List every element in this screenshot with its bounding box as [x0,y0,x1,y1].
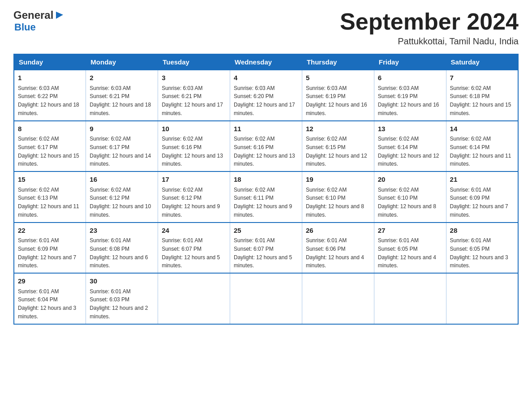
day-info: Sunrise: 6:02 AMSunset: 6:10 PMDaylight:… [306,187,364,218]
calendar-cell: 7 Sunrise: 6:02 AMSunset: 6:18 PMDayligh… [446,70,518,121]
day-info: Sunrise: 6:01 AMSunset: 6:07 PMDaylight:… [234,237,292,269]
logo-blue: Blue [14,21,36,33]
day-number: 27 [378,226,442,236]
calendar-cell: 26 Sunrise: 6:01 AMSunset: 6:06 PMDaylig… [302,223,374,274]
day-number: 14 [450,124,514,134]
day-info: Sunrise: 6:01 AMSunset: 6:09 PMDaylight:… [450,187,508,218]
day-number: 21 [450,175,514,185]
day-info: Sunrise: 6:03 AMSunset: 6:19 PMDaylight:… [306,85,367,116]
calendar-cell: 2 Sunrise: 6:03 AMSunset: 6:21 PMDayligh… [86,70,158,121]
day-number: 4 [234,73,298,83]
day-info: Sunrise: 6:03 AMSunset: 6:21 PMDaylight:… [90,85,151,116]
calendar-cell: 9 Sunrise: 6:02 AMSunset: 6:17 PMDayligh… [86,121,158,172]
day-info: Sunrise: 6:02 AMSunset: 6:12 PMDaylight:… [90,187,151,218]
calendar-cell: 25 Sunrise: 6:01 AMSunset: 6:07 PMDaylig… [230,223,302,274]
day-number: 18 [234,175,298,185]
day-number: 5 [306,73,370,83]
header-friday: Friday [374,54,446,70]
day-number: 7 [450,73,514,83]
day-info: Sunrise: 6:02 AMSunset: 6:16 PMDaylight:… [234,136,295,167]
day-number: 24 [162,226,226,236]
logo-general: General [13,9,53,21]
day-number: 25 [234,226,298,236]
month-title: September 2024 [340,9,519,34]
day-number: 12 [306,124,370,134]
day-number: 16 [90,175,154,185]
calendar-cell: 24 Sunrise: 6:01 AMSunset: 6:07 PMDaylig… [158,223,230,274]
calendar-cell: 13 Sunrise: 6:02 AMSunset: 6:14 PMDaylig… [374,121,446,172]
day-number: 13 [378,124,442,134]
title-area: September 2024 Pattukkottai, Tamil Nadu,… [340,9,519,47]
calendar-cell: 17 Sunrise: 6:02 AMSunset: 6:12 PMDaylig… [158,171,230,223]
calendar-cell [158,273,230,324]
day-info: Sunrise: 6:03 AMSunset: 6:19 PMDaylight:… [378,85,439,116]
calendar-cell: 12 Sunrise: 6:02 AMSunset: 6:15 PMDaylig… [302,121,374,172]
day-number: 26 [306,226,370,236]
calendar-cell: 1 Sunrise: 6:03 AMSunset: 6:22 PMDayligh… [14,70,86,121]
week-row-2: 8 Sunrise: 6:02 AMSunset: 6:17 PMDayligh… [14,121,518,172]
day-number: 1 [18,73,82,83]
day-number: 9 [90,124,154,134]
calendar-cell: 10 Sunrise: 6:02 AMSunset: 6:16 PMDaylig… [158,121,230,172]
day-number: 17 [162,175,226,185]
calendar-cell: 29 Sunrise: 6:01 AMSunset: 6:04 PMDaylig… [14,273,86,324]
logo: General Blue [13,9,64,33]
day-info: Sunrise: 6:01 AMSunset: 6:07 PMDaylight:… [162,237,220,269]
calendar-cell: 5 Sunrise: 6:03 AMSunset: 6:19 PMDayligh… [302,70,374,121]
calendar-table: Sunday Monday Tuesday Wednesday Thursday… [13,54,519,325]
day-number: 22 [18,226,82,236]
calendar-cell: 30 Sunrise: 6:01 AMSunset: 6:03 PMDaylig… [86,273,158,324]
day-number: 19 [306,175,370,185]
day-info: Sunrise: 6:01 AMSunset: 6:05 PMDaylight:… [450,237,508,269]
calendar-cell [302,273,374,324]
day-number: 8 [18,124,82,134]
calendar-cell: 23 Sunrise: 6:01 AMSunset: 6:08 PMDaylig… [86,223,158,274]
day-info: Sunrise: 6:02 AMSunset: 6:12 PMDaylight:… [162,187,220,218]
day-info: Sunrise: 6:02 AMSunset: 6:17 PMDaylight:… [18,136,79,167]
header-thursday: Thursday [302,54,374,70]
day-number: 20 [378,175,442,185]
day-info: Sunrise: 6:02 AMSunset: 6:16 PMDaylight:… [162,136,223,167]
calendar-cell: 22 Sunrise: 6:01 AMSunset: 6:09 PMDaylig… [14,223,86,274]
day-number: 2 [90,73,154,83]
calendar-cell [230,273,302,324]
calendar-cell: 18 Sunrise: 6:02 AMSunset: 6:11 PMDaylig… [230,171,302,223]
calendar-cell [446,273,518,324]
header-tuesday: Tuesday [158,54,230,70]
calendar-cell: 3 Sunrise: 6:03 AMSunset: 6:21 PMDayligh… [158,70,230,121]
logo-triangle-icon [54,10,64,20]
header-sunday: Sunday [14,54,86,70]
calendar-cell: 28 Sunrise: 6:01 AMSunset: 6:05 PMDaylig… [446,223,518,274]
day-number: 29 [18,276,82,287]
day-info: Sunrise: 6:02 AMSunset: 6:17 PMDaylight:… [90,136,151,167]
day-info: Sunrise: 6:03 AMSunset: 6:21 PMDaylight:… [162,85,223,116]
day-number: 10 [162,124,226,134]
day-info: Sunrise: 6:02 AMSunset: 6:10 PMDaylight:… [378,187,436,218]
calendar-cell: 16 Sunrise: 6:02 AMSunset: 6:12 PMDaylig… [86,171,158,223]
calendar-cell: 14 Sunrise: 6:02 AMSunset: 6:14 PMDaylig… [446,121,518,172]
calendar-cell [374,273,446,324]
calendar-cell: 20 Sunrise: 6:02 AMSunset: 6:10 PMDaylig… [374,171,446,223]
calendar-cell: 11 Sunrise: 6:02 AMSunset: 6:16 PMDaylig… [230,121,302,172]
day-number: 6 [378,73,442,83]
day-info: Sunrise: 6:02 AMSunset: 6:14 PMDaylight:… [378,136,439,167]
day-info: Sunrise: 6:01 AMSunset: 6:09 PMDaylight:… [18,237,76,269]
day-number: 28 [450,226,514,236]
day-info: Sunrise: 6:02 AMSunset: 6:11 PMDaylight:… [234,187,292,218]
page-header: General Blue September 2024 Pattukkottai… [13,9,519,47]
day-number: 15 [18,175,82,185]
week-row-4: 22 Sunrise: 6:01 AMSunset: 6:09 PMDaylig… [14,223,518,274]
calendar-cell: 4 Sunrise: 6:03 AMSunset: 6:20 PMDayligh… [230,70,302,121]
day-info: Sunrise: 6:02 AMSunset: 6:13 PMDaylight:… [18,187,79,218]
day-number: 11 [234,124,298,134]
week-row-5: 29 Sunrise: 6:01 AMSunset: 6:04 PMDaylig… [14,273,518,324]
week-row-3: 15 Sunrise: 6:02 AMSunset: 6:13 PMDaylig… [14,171,518,223]
day-info: Sunrise: 6:03 AMSunset: 6:22 PMDaylight:… [18,85,79,116]
weekday-header-row: Sunday Monday Tuesday Wednesday Thursday… [14,54,518,70]
calendar-cell: 19 Sunrise: 6:02 AMSunset: 6:10 PMDaylig… [302,171,374,223]
day-info: Sunrise: 6:01 AMSunset: 6:03 PMDaylight:… [90,288,148,320]
location-subtitle: Pattukkottai, Tamil Nadu, India [340,36,519,47]
day-info: Sunrise: 6:01 AMSunset: 6:05 PMDaylight:… [378,237,436,269]
calendar-cell: 6 Sunrise: 6:03 AMSunset: 6:19 PMDayligh… [374,70,446,121]
day-number: 23 [90,226,154,236]
